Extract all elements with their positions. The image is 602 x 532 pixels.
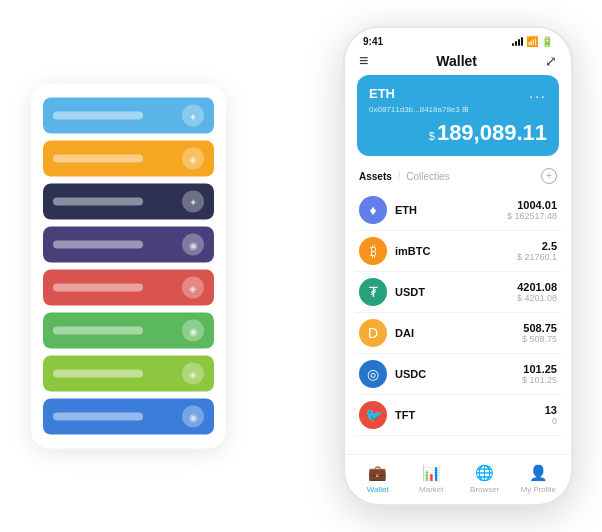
asset-usd: $ 4201.08 (517, 293, 557, 303)
nav-label: Wallet (367, 485, 389, 494)
signal-icon (512, 37, 523, 46)
stack-card[interactable]: ◉ (43, 399, 214, 435)
nav-label: Browser (470, 485, 499, 494)
stack-card-label (53, 327, 143, 335)
nav-icon: 📊 (421, 463, 441, 483)
stack-card-label (53, 155, 143, 163)
eth-card-balance: $189,089.11 (369, 120, 547, 146)
stack-card-icon: ◈ (182, 277, 204, 299)
stack-card-label (53, 370, 143, 378)
asset-usd: 0 (545, 416, 557, 426)
stack-card-label (53, 413, 143, 421)
asset-amount: 2.5 (517, 240, 557, 252)
asset-amounts: 13 0 (545, 404, 557, 426)
eth-card[interactable]: ETH ... 0x08711d3b...8418a78e3 ⊞ $189,08… (357, 75, 559, 156)
stack-card[interactable]: ✦ (43, 184, 214, 220)
asset-icon-imbtc: ₿ (359, 237, 387, 265)
stack-card[interactable]: ◈ (43, 270, 214, 306)
stack-card-icon: ◉ (182, 320, 204, 342)
scene: ♦ ◈ ✦ ◉ ◈ ◉ ◈ ◉ 9:41 (11, 11, 591, 521)
stack-card-icon: ◉ (182, 234, 204, 256)
add-asset-button[interactable]: + (541, 168, 557, 184)
stack-card-label (53, 112, 143, 120)
stack-card-icon: ◉ (182, 406, 204, 428)
bottom-nav: 💼 Wallet 📊 Market 🌐 Browser 👤 My Profile (345, 454, 571, 504)
table-row[interactable]: ₮ USDT 4201.08 $ 4201.08 (355, 272, 561, 313)
asset-icon-usdt: ₮ (359, 278, 387, 306)
eth-card-name: ETH (369, 86, 395, 101)
table-row[interactable]: D DAI 508.75 $ 508.75 (355, 313, 561, 354)
asset-usd: $ 162517.48 (507, 211, 557, 221)
status-bar: 9:41 📶 🔋 (345, 28, 571, 51)
table-row[interactable]: ₿ imBTC 2.5 $ 21760.1 (355, 231, 561, 272)
status-icons: 📶 🔋 (512, 36, 553, 47)
asset-name: imBTC (395, 245, 517, 257)
asset-icon-usdc: ◎ (359, 360, 387, 388)
stack-card-icon: ♦ (182, 105, 204, 127)
asset-name: TFT (395, 409, 545, 421)
stack-card[interactable]: ◈ (43, 356, 214, 392)
asset-name: USDT (395, 286, 517, 298)
eth-card-menu[interactable]: ... (529, 85, 547, 101)
asset-amounts: 508.75 $ 508.75 (522, 322, 557, 344)
tab-collecties[interactable]: Collecties (406, 171, 449, 182)
asset-usd: $ 101.25 (522, 375, 557, 385)
nav-item-my-profile[interactable]: 👤 My Profile (512, 463, 566, 494)
stack-card[interactable]: ◈ (43, 141, 214, 177)
table-row[interactable]: 🐦 TFT 13 0 (355, 395, 561, 436)
asset-amounts: 4201.08 $ 4201.08 (517, 281, 557, 303)
stack-card[interactable]: ♦ (43, 98, 214, 134)
stack-card[interactable]: ◉ (43, 313, 214, 349)
asset-name: DAI (395, 327, 522, 339)
assets-tabs: Assets / Collecties (359, 171, 450, 182)
asset-amounts: 101.25 $ 101.25 (522, 363, 557, 385)
stack-card-icon: ✦ (182, 191, 204, 213)
battery-icon: 🔋 (541, 36, 553, 47)
expand-icon[interactable]: ⤢ (545, 53, 557, 69)
stack-card-label (53, 198, 143, 206)
asset-amounts: 2.5 $ 21760.1 (517, 240, 557, 262)
stack-card-label (53, 241, 143, 249)
menu-icon[interactable]: ≡ (359, 53, 368, 69)
stack-card[interactable]: ◉ (43, 227, 214, 263)
nav-icon: 👤 (528, 463, 548, 483)
asset-name: USDC (395, 368, 522, 380)
asset-list: ♦ ETH 1004.01 $ 162517.48 ₿ imBTC 2.5 $ … (345, 190, 571, 454)
asset-amount: 13 (545, 404, 557, 416)
status-time: 9:41 (363, 36, 383, 47)
eth-currency-symbol: $ (429, 130, 435, 142)
table-row[interactable]: ♦ ETH 1004.01 $ 162517.48 (355, 190, 561, 231)
stack-card-icon: ◈ (182, 363, 204, 385)
asset-icon-dai: D (359, 319, 387, 347)
wifi-icon: 📶 (526, 36, 538, 47)
asset-amounts: 1004.01 $ 162517.48 (507, 199, 557, 221)
asset-name: ETH (395, 204, 507, 216)
tab-assets[interactable]: Assets (359, 171, 392, 182)
table-row[interactable]: ◎ USDC 101.25 $ 101.25 (355, 354, 561, 395)
nav-item-browser[interactable]: 🌐 Browser (458, 463, 512, 494)
asset-icon-eth: ♦ (359, 196, 387, 224)
assets-header: Assets / Collecties + (345, 164, 571, 190)
asset-amount: 101.25 (522, 363, 557, 375)
asset-icon-tft: 🐦 (359, 401, 387, 429)
nav-item-market[interactable]: 📊 Market (405, 463, 459, 494)
nav-item-wallet[interactable]: 💼 Wallet (351, 463, 405, 494)
asset-amount: 1004.01 (507, 199, 557, 211)
asset-usd: $ 21760.1 (517, 252, 557, 262)
nav-label: My Profile (520, 485, 556, 494)
asset-usd: $ 508.75 (522, 334, 557, 344)
tab-separator: / (398, 171, 401, 181)
nav-icon: 🌐 (475, 463, 495, 483)
stack-card-icon: ◈ (182, 148, 204, 170)
asset-amount: 4201.08 (517, 281, 557, 293)
nav-label: Market (419, 485, 443, 494)
eth-card-address: 0x08711d3b...8418a78e3 ⊞ (369, 105, 547, 114)
asset-amount: 508.75 (522, 322, 557, 334)
nav-icon: 💼 (368, 463, 388, 483)
stack-card-label (53, 284, 143, 292)
card-stack: ♦ ◈ ✦ ◉ ◈ ◉ ◈ ◉ (31, 84, 226, 449)
phone-mockup: 9:41 📶 🔋 ≡ Wallet ⤢ ETH ... (343, 26, 573, 506)
top-nav: ≡ Wallet ⤢ (345, 51, 571, 75)
page-title: Wallet (436, 53, 477, 69)
